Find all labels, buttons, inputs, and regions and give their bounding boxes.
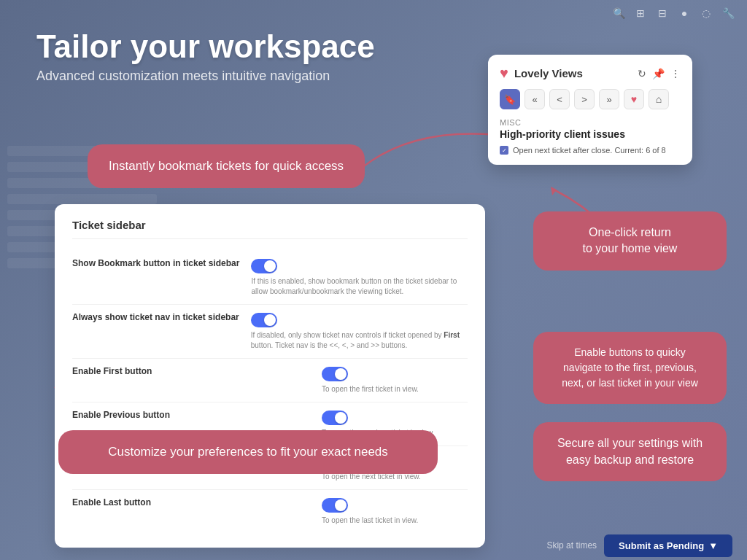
setting-right-2: If disabled, only show ticket nav contro… xyxy=(251,312,468,351)
one-click-callout: One-click returnto your home view xyxy=(533,211,727,271)
setting-right-3: To open the first ticket in view. xyxy=(322,366,468,394)
secure-callout: Secure all your settings with easy backu… xyxy=(533,422,727,481)
customize-callout: Customize your preferences to fit your e… xyxy=(58,430,438,474)
setting-label-2: Always show ticket nav in ticket sidebar xyxy=(72,312,239,322)
lv-header: ♥ Lovely Views ↻ 📌 ⋮ xyxy=(500,65,681,82)
toggle-3[interactable] xyxy=(322,367,348,381)
setting-right-6: To open the last ticket in view. xyxy=(322,497,468,526)
setting-desc-3: To open the first ticket in view. xyxy=(322,384,419,394)
setting-label-1: Show Bookmark button in ticket sidebar xyxy=(72,258,239,268)
more-icon[interactable]: ⋮ xyxy=(670,68,681,79)
bookmark-callout: Instantly bookmark tickets for quick acc… xyxy=(88,144,365,188)
toggle-4[interactable] xyxy=(322,411,348,425)
setting-right-1: If this is enabled, show bookmark button… xyxy=(251,258,468,297)
setting-desc-1: If this is enabled, show bookmark button… xyxy=(251,276,468,297)
heart-icon: ♥ xyxy=(500,65,508,82)
refresh-icon[interactable]: ↻ xyxy=(638,68,646,79)
lv-title: Lovely Views xyxy=(514,67,583,79)
setting-row-nav: Always show ticket nav in ticket sidebar… xyxy=(72,305,468,359)
lovely-views-card: ♥ Lovely Views ↻ 📌 ⋮ 🔖 « < > » ♥ ⌂ Misc … xyxy=(488,55,692,165)
setting-label-6: Enable Last button xyxy=(72,497,189,508)
wrench-icon[interactable]: 🔧 xyxy=(721,6,735,20)
toggle-6[interactable] xyxy=(322,498,348,513)
skip-link[interactable]: Skip at times xyxy=(546,540,597,551)
checkbox[interactable]: ✓ xyxy=(500,146,508,155)
setting-desc-2: If disabled, only show ticket nav contro… xyxy=(251,330,468,351)
grid2-icon[interactable]: ⊟ xyxy=(655,6,670,20)
setting-row-bookmark: Show Bookmark button in ticket sidebar I… xyxy=(72,251,468,305)
heart-nav-btn[interactable]: ♥ xyxy=(624,89,644,109)
bookmark-nav-btn[interactable]: 🔖 xyxy=(500,89,520,109)
toggle-2[interactable] xyxy=(251,313,277,327)
circle-icon: ● xyxy=(677,6,692,20)
toggle-1[interactable] xyxy=(251,259,277,273)
circle2-icon: ◌ xyxy=(699,6,713,20)
lv-actions: ↻ 📌 ⋮ xyxy=(638,68,681,79)
lv-issue-title: High-priority client issues xyxy=(500,128,681,140)
sidebar-card-title: Ticket sidebar xyxy=(72,219,468,239)
pin-icon[interactable]: 📌 xyxy=(652,68,665,79)
setting-label-3: Enable First button xyxy=(72,366,189,376)
setting-desc-6: To open the last ticket in view. xyxy=(322,516,418,526)
navigate-callout: Enable buttons to quicky navigate to the… xyxy=(533,332,727,404)
bottom-bar: Skip at times Submit as Pending ▼ xyxy=(532,531,747,560)
submit-icon: ▼ xyxy=(708,540,718,551)
sidebar-card: Ticket sidebar Show Bookmark button in t… xyxy=(55,204,485,548)
first-nav-btn[interactable]: « xyxy=(525,89,545,109)
lv-nav: 🔖 « < > » ♥ ⌂ xyxy=(500,89,681,109)
last-nav-btn[interactable]: » xyxy=(599,89,619,109)
submit-button[interactable]: Submit as Pending ▼ xyxy=(604,534,732,557)
home-nav-btn[interactable]: ⌂ xyxy=(649,89,669,109)
grid-icon[interactable]: ⊞ xyxy=(633,6,648,20)
checkbox-label: Open next ticket after close. Current: 6… xyxy=(513,146,666,155)
prev-nav-btn[interactable]: < xyxy=(549,89,570,109)
setting-row-last: Enable Last button To open the last tick… xyxy=(72,490,468,533)
search-icon[interactable]: 🔍 xyxy=(611,6,626,20)
setting-label-4: Enable Previous button xyxy=(72,410,189,420)
lv-category: Misc xyxy=(500,118,681,127)
top-bar: 🔍 ⊞ ⊟ ● ◌ 🔧 xyxy=(600,0,747,26)
setting-row-first: Enable First button To open the first ti… xyxy=(72,359,468,402)
next-nav-btn[interactable]: > xyxy=(574,89,595,109)
lv-title-row: ♥ Lovely Views xyxy=(500,65,583,82)
lv-checkbox-row: ✓ Open next ticket after close. Current:… xyxy=(500,146,681,155)
